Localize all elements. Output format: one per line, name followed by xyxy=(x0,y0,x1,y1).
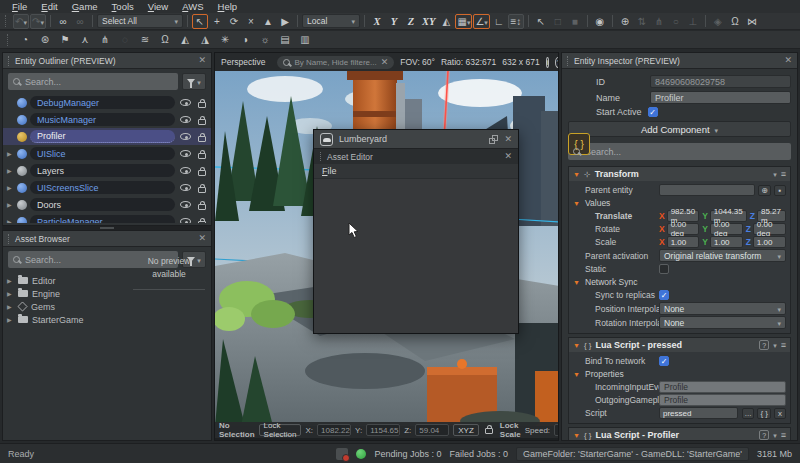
collapse-icon[interactable]: ▼ xyxy=(573,371,585,378)
menu-view[interactable]: View xyxy=(142,1,174,12)
align-selection-button[interactable]: ⇅ xyxy=(634,14,650,29)
folder-button[interactable]: ■ xyxy=(567,14,583,29)
chevron-down-icon[interactable] xyxy=(773,169,777,179)
lock-icon[interactable] xyxy=(198,204,206,210)
help-icon[interactable]: ? xyxy=(759,430,769,440)
floating-window-titlebar[interactable]: Lumberyard ✕ xyxy=(314,130,518,148)
lock-icon[interactable] xyxy=(485,428,493,434)
outliner-item-doors[interactable]: ▶Doors xyxy=(3,196,211,213)
clear-script-button[interactable]: x xyxy=(774,408,786,419)
clear-search-icon[interactable]: ✕ xyxy=(381,58,389,67)
parent-entity-field[interactable] xyxy=(659,184,755,196)
picker-icon[interactable]: ⊕ xyxy=(758,185,771,196)
bridge-button[interactable]: ≋ xyxy=(137,32,153,47)
viewport-search-input[interactable]: By Name, Hide filtere... ✕ xyxy=(277,56,394,69)
section-menu-icon[interactable]: ≡ xyxy=(781,340,786,350)
toolbar-grip[interactable] xyxy=(5,15,9,27)
close-icon[interactable]: ✕ xyxy=(504,135,512,144)
expand-icon[interactable]: ▶ xyxy=(7,303,14,310)
lock-icon[interactable] xyxy=(198,153,206,159)
vr-headset-button[interactable]: ◉ xyxy=(592,14,608,29)
menu-edit[interactable]: Edit xyxy=(35,1,63,12)
hand-object-button[interactable]: ⋔ xyxy=(97,32,113,47)
constrain-x-button[interactable]: X xyxy=(369,14,385,29)
parent-activation-dropdown[interactable]: Original relative transform xyxy=(659,249,786,262)
collapse-icon[interactable]: ▼ xyxy=(573,200,585,207)
rotate-tool-button[interactable]: ⟳ xyxy=(226,14,242,29)
lock-icon[interactable] xyxy=(198,136,206,142)
bind-to-network-checkbox[interactable]: ✓ xyxy=(659,356,669,366)
redo-button[interactable]: ↷ xyxy=(30,14,46,29)
sun-button[interactable]: ☼ xyxy=(257,32,273,47)
toolbar2-grip[interactable] xyxy=(7,34,11,46)
scale-x-field[interactable]: 1.00 xyxy=(667,236,700,248)
expand-icon[interactable]: ▶ xyxy=(7,201,14,208)
help-icon[interactable]: ? xyxy=(555,57,559,68)
grid-snap-button[interactable]: ▦ xyxy=(455,14,472,29)
ratio-value[interactable]: Ratio: 632:671 xyxy=(441,57,496,67)
clear-parent-icon[interactable]: ▪ xyxy=(774,185,786,196)
lock-scale-button[interactable]: Lock Scale xyxy=(500,421,521,439)
rotate-y-field[interactable]: 0.00 deg xyxy=(710,223,743,235)
follow-terrain-button[interactable]: ◭ xyxy=(438,14,454,29)
coord-x-value[interactable]: 1082.22 xyxy=(317,424,351,436)
coord-y-value[interactable]: 1154.65 xyxy=(366,424,400,436)
monitor-button[interactable]: ▥ xyxy=(297,32,313,47)
sphere-dim-button[interactable]: ◌ xyxy=(117,32,133,47)
entity-name-field[interactable]: Profiler xyxy=(650,91,791,104)
xyz-mode-button[interactable]: XYZ xyxy=(453,424,479,436)
align-object-button[interactable]: ⋔ xyxy=(651,14,667,29)
outliner-search-input[interactable]: Search... xyxy=(8,73,178,90)
lua-pressed-section-header[interactable]: ▼ { } Lua Script - pressed ? ≡ xyxy=(569,338,790,352)
reference-space-dropdown[interactable]: Local xyxy=(302,14,360,28)
pointer-small-button[interactable]: ↖ xyxy=(533,14,549,29)
script-field[interactable]: pressed xyxy=(659,407,738,419)
visibility-icon[interactable] xyxy=(180,133,191,140)
constrain-z-button[interactable]: Z xyxy=(403,14,419,29)
edit-script-button[interactable]: { } xyxy=(757,408,771,419)
audio-button[interactable]: Ω xyxy=(157,32,173,47)
connection-status-icon[interactable] xyxy=(356,449,366,459)
rotation-interpolation-dropdown[interactable]: None xyxy=(659,316,786,329)
start-active-checkbox[interactable]: ✓ xyxy=(648,107,658,117)
select-tool-button[interactable]: ↖ xyxy=(192,14,208,29)
layer-list-button[interactable]: ≡↕ xyxy=(508,14,524,29)
menu-game[interactable]: Game xyxy=(66,1,104,12)
speed-value[interactable]: 1.00 xyxy=(554,424,559,436)
transform-section-header[interactable]: ▼ ⊹ Transform ≡ xyxy=(569,167,790,181)
angle-snap-button[interactable]: ∠ xyxy=(473,14,489,29)
database-button[interactable]: ▤ xyxy=(277,32,293,47)
incoming-input-event-field[interactable]: Profile xyxy=(659,381,786,393)
entity-outliner-titlebar[interactable]: Entity Outliner (PREVIEW) ✕ xyxy=(3,53,211,69)
scale-y-field[interactable]: 1.00 xyxy=(710,236,743,248)
drop-to-ground-button[interactable]: ⊥ xyxy=(685,14,701,29)
unlink-button[interactable]: ∞ xyxy=(72,14,88,29)
close-icon[interactable]: ✕ xyxy=(504,152,512,161)
terrain-sun-button[interactable]: ◭ xyxy=(177,32,193,47)
visibility-icon[interactable] xyxy=(180,218,191,223)
rotate-ref-button[interactable]: ○ xyxy=(668,14,684,29)
position-interpolation-dropdown[interactable]: None xyxy=(659,302,786,315)
outliner-item-particlemanager[interactable]: ▶ParticleManager xyxy=(3,213,211,223)
lock-icon[interactable] xyxy=(198,187,206,193)
asset-folder-gems[interactable]: ▶Gems xyxy=(7,300,133,313)
outliner-item-profiler[interactable]: Profiler xyxy=(3,128,211,145)
collapse-icon[interactable]: ▼ xyxy=(573,342,580,349)
moon-button[interactable]: ◑ xyxy=(237,32,253,47)
outgoing-gameplay-field[interactable]: Profile xyxy=(659,394,786,406)
expand-icon[interactable]: ▶ xyxy=(7,316,14,323)
chevron-down-icon[interactable] xyxy=(773,430,777,440)
section-menu-icon[interactable]: ≡ xyxy=(781,430,786,440)
outliner-item-debugmanager[interactable]: DebugManager xyxy=(3,94,211,111)
rotate-x-field[interactable]: 0.00 deg xyxy=(667,223,700,235)
link-button[interactable]: ∞ xyxy=(55,14,71,29)
add-component-button[interactable]: Add Component xyxy=(568,121,791,137)
play-button[interactable]: ▶ xyxy=(277,14,293,29)
expand-icon[interactable]: ▶ xyxy=(7,277,14,284)
file-menu[interactable]: File xyxy=(322,166,337,176)
close-icon[interactable]: ✕ xyxy=(784,56,792,65)
outliner-item-uiscreensslice[interactable]: ▶UIScreensSlice xyxy=(3,179,211,196)
visibility-icon[interactable] xyxy=(180,167,191,174)
fov-value[interactable]: FOV: 60° xyxy=(400,57,435,67)
visibility-icon[interactable] xyxy=(180,184,191,191)
